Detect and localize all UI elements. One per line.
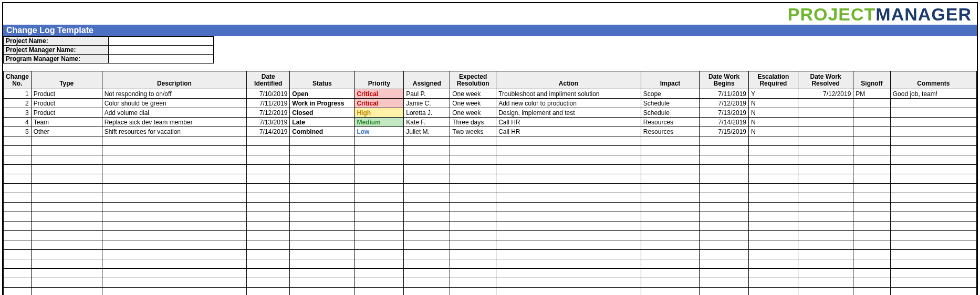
cell-empty[interactable] xyxy=(404,146,450,155)
cell-empty[interactable] xyxy=(355,155,404,165)
cell-priority[interactable]: Medium xyxy=(355,118,404,127)
cell-empty[interactable] xyxy=(404,269,450,278)
cell-comments[interactable] xyxy=(890,99,976,108)
cell-empty[interactable] xyxy=(4,222,32,231)
cell-empty[interactable] xyxy=(890,212,976,222)
cell-empty[interactable] xyxy=(355,231,404,240)
cell-empty[interactable] xyxy=(496,250,641,259)
cell-impact[interactable]: Schedule xyxy=(641,99,699,108)
cell-empty[interactable] xyxy=(450,250,496,259)
cell-dwb[interactable]: 7/12/2019 xyxy=(700,99,749,108)
cell-empty[interactable] xyxy=(102,259,247,269)
cell-dateid[interactable]: 7/14/2019 xyxy=(247,127,290,136)
cell-empty[interactable] xyxy=(853,136,890,146)
cell-dwr[interactable] xyxy=(798,99,853,108)
cell-dateid[interactable]: 7/13/2019 xyxy=(247,118,290,127)
cell-empty[interactable] xyxy=(4,174,32,184)
cell-empty[interactable] xyxy=(290,288,355,296)
cell-no[interactable]: 3 xyxy=(4,108,32,118)
cell-status[interactable]: Open xyxy=(290,89,355,99)
cell-comments[interactable] xyxy=(890,108,976,118)
cell-empty[interactable] xyxy=(355,165,404,174)
cell-assigned[interactable]: Jamie C. xyxy=(404,99,450,108)
cell-empty[interactable] xyxy=(798,203,853,212)
cell-dateid[interactable]: 7/10/2019 xyxy=(247,89,290,99)
cell-empty[interactable] xyxy=(404,155,450,165)
cell-empty[interactable] xyxy=(247,269,290,278)
cell-empty[interactable] xyxy=(450,212,496,222)
cell-empty[interactable] xyxy=(700,165,749,174)
cell-impact[interactable]: Schedule xyxy=(641,108,699,118)
cell-empty[interactable] xyxy=(641,269,699,278)
cell-type[interactable]: Product xyxy=(31,89,102,99)
cell-empty[interactable] xyxy=(748,193,798,203)
cell-empty[interactable] xyxy=(700,240,749,250)
cell-empty[interactable] xyxy=(798,193,853,203)
cell-desc[interactable]: Not responding to on/off xyxy=(102,89,247,99)
cell-empty[interactable] xyxy=(290,259,355,269)
cell-empty[interactable] xyxy=(748,136,798,146)
cell-empty[interactable] xyxy=(641,165,699,174)
cell-priority[interactable]: Low xyxy=(355,127,404,136)
cell-desc[interactable]: Add volume dial xyxy=(102,108,247,118)
cell-empty[interactable] xyxy=(798,146,853,155)
cell-empty[interactable] xyxy=(102,174,247,184)
cell-empty[interactable] xyxy=(496,278,641,288)
cell-comments[interactable] xyxy=(890,127,976,136)
cell-empty[interactable] xyxy=(355,193,404,203)
cell-empty[interactable] xyxy=(4,193,32,203)
cell-empty[interactable] xyxy=(247,231,290,240)
cell-empty[interactable] xyxy=(748,231,798,240)
cell-empty[interactable] xyxy=(290,222,355,231)
cell-empty[interactable] xyxy=(355,174,404,184)
cell-expres[interactable]: One week xyxy=(450,99,496,108)
cell-empty[interactable] xyxy=(450,240,496,250)
cell-dwb[interactable]: 7/11/2019 xyxy=(700,89,749,99)
cell-empty[interactable] xyxy=(355,222,404,231)
cell-empty[interactable] xyxy=(450,231,496,240)
cell-empty[interactable] xyxy=(247,136,290,146)
cell-empty[interactable] xyxy=(31,193,102,203)
cell-empty[interactable] xyxy=(355,259,404,269)
cell-empty[interactable] xyxy=(496,231,641,240)
cell-empty[interactable] xyxy=(853,269,890,278)
cell-empty[interactable] xyxy=(700,146,749,155)
cell-empty[interactable] xyxy=(450,288,496,296)
cell-empty[interactable] xyxy=(102,222,247,231)
cell-empty[interactable] xyxy=(404,174,450,184)
cell-empty[interactable] xyxy=(247,155,290,165)
cell-empty[interactable] xyxy=(355,278,404,288)
cell-empty[interactable] xyxy=(748,288,798,296)
cell-empty[interactable] xyxy=(641,278,699,288)
cell-empty[interactable] xyxy=(853,278,890,288)
cell-empty[interactable] xyxy=(890,155,976,165)
cell-empty[interactable] xyxy=(4,231,32,240)
cell-empty[interactable] xyxy=(102,184,247,193)
cell-empty[interactable] xyxy=(355,146,404,155)
cell-empty[interactable] xyxy=(853,222,890,231)
cell-empty[interactable] xyxy=(641,250,699,259)
cell-empty[interactable] xyxy=(496,193,641,203)
cell-empty[interactable] xyxy=(853,193,890,203)
cell-empty[interactable] xyxy=(31,231,102,240)
cell-empty[interactable] xyxy=(404,212,450,222)
cell-empty[interactable] xyxy=(404,231,450,240)
cell-empty[interactable] xyxy=(641,240,699,250)
cell-impact[interactable]: Resources xyxy=(641,127,699,136)
cell-empty[interactable] xyxy=(247,193,290,203)
cell-action[interactable]: Add new color to production xyxy=(496,99,641,108)
cell-empty[interactable] xyxy=(700,222,749,231)
cell-empty[interactable] xyxy=(4,212,32,222)
cell-empty[interactable] xyxy=(496,155,641,165)
cell-empty[interactable] xyxy=(700,212,749,222)
cell-empty[interactable] xyxy=(247,184,290,193)
cell-empty[interactable] xyxy=(641,184,699,193)
cell-empty[interactable] xyxy=(798,174,853,184)
cell-empty[interactable] xyxy=(890,231,976,240)
cell-empty[interactable] xyxy=(247,174,290,184)
cell-empty[interactable] xyxy=(748,212,798,222)
cell-empty[interactable] xyxy=(247,146,290,155)
cell-empty[interactable] xyxy=(102,231,247,240)
cell-sign[interactable] xyxy=(853,99,890,108)
cell-empty[interactable] xyxy=(290,146,355,155)
